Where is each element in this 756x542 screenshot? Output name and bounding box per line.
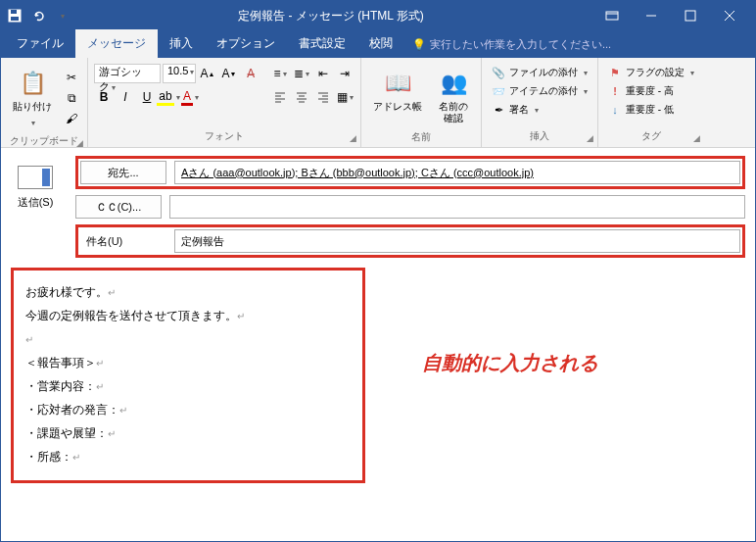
- close-button[interactable]: [710, 1, 749, 30]
- body-line: お疲れ様です。↵: [25, 280, 351, 304]
- titlebar: 定例報告 - メッセージ (HTML 形式): [1, 1, 755, 30]
- chevron-down-icon: [29, 115, 35, 128]
- to-highlight-box: 宛先... Aさん (aaa@outlook.jp); Bさん (bbb@out…: [75, 156, 745, 189]
- undo-icon[interactable]: [30, 8, 46, 24]
- group-label-font: フォント◢: [94, 127, 354, 147]
- importance-high-icon: !: [608, 84, 622, 98]
- signature-button[interactable]: ✒ 署名▾: [488, 101, 591, 119]
- clear-formatting-button[interactable]: A̶: [241, 64, 260, 83]
- annotation-text: 自動的に入力される: [422, 350, 598, 376]
- svg-rect-6: [685, 11, 695, 21]
- lightbulb-icon: 💡: [412, 38, 426, 51]
- tab-options[interactable]: オプション: [205, 29, 287, 58]
- tab-review[interactable]: 校閲: [357, 29, 404, 58]
- grow-font-button[interactable]: A▲: [198, 64, 217, 83]
- underline-button[interactable]: U: [137, 87, 157, 107]
- group-label-include: 挿入◢: [488, 127, 591, 147]
- to-button[interactable]: 宛先...: [80, 161, 166, 184]
- svg-rect-1: [11, 10, 17, 14]
- message-body-area: お疲れ様です。↵ 今週の定例報告を送付させて頂きます。↵ ↵ ＜報告事項＞↵ ・…: [1, 262, 755, 493]
- to-field[interactable]: Aさん (aaa@outlook.jp); Bさん (bbb@outlook.j…: [174, 161, 740, 184]
- envelope-icon: [18, 166, 53, 189]
- group-font: 游ゴシック 10.5 A▲ A▼ A̶ B I U ab A ≡ ≣: [88, 58, 361, 147]
- align-left-button[interactable]: [270, 87, 290, 107]
- ribbon-tabs: ファイル メッセージ 挿入 オプション 書式設定 校閲 💡 実行したい作業を入力…: [1, 30, 755, 58]
- tab-insert[interactable]: 挿入: [158, 29, 205, 58]
- attach-file-button[interactable]: 📎 ファイルの添付▾: [488, 64, 591, 81]
- signature-icon: ✒: [492, 103, 505, 117]
- address-book-icon: 📖: [382, 68, 413, 99]
- dialog-launcher-icon[interactable]: ◢: [587, 133, 593, 143]
- high-importance-button[interactable]: ! 重要度 - 高: [604, 82, 698, 100]
- group-tags: ⚑ フラグの設定▾ ! 重要度 - 高 ↓ 重要度 - 低 タグ◢: [598, 58, 704, 147]
- cc-field[interactable]: [169, 195, 745, 219]
- increase-indent-button[interactable]: ⇥: [335, 64, 354, 83]
- attach-item-button[interactable]: 📨 アイテムの添付▾: [488, 82, 591, 100]
- tab-file[interactable]: ファイル: [5, 29, 75, 58]
- body-line: ・課題や展望：↵: [25, 421, 351, 445]
- numbering-button[interactable]: ≣: [292, 64, 311, 83]
- group-include: 📎 ファイルの添付▾ 📨 アイテムの添付▾ ✒ 署名▾ 挿入◢: [482, 58, 598, 147]
- svg-rect-3: [606, 12, 618, 20]
- follow-up-button[interactable]: ⚑ フラグの設定▾: [604, 64, 698, 81]
- group-label-names: 名前: [367, 128, 475, 148]
- dialog-launcher-icon[interactable]: ◢: [693, 133, 700, 143]
- window-title: 定例報告 - メッセージ (HTML 形式): [70, 8, 592, 25]
- cc-button[interactable]: ＣＣ(C)...: [75, 195, 162, 219]
- low-importance-button[interactable]: ↓ 重要度 - 低: [604, 101, 698, 119]
- importance-low-icon: ↓: [608, 103, 622, 117]
- ribbon: 📋 貼り付け ✂ ⧉ 🖌 クリップボード◢ 游ゴシック 10.5 A▲ A▼ A…: [1, 58, 755, 148]
- paste-button[interactable]: 📋 貼り付け: [7, 64, 58, 132]
- body-highlight-box[interactable]: お疲れ様です。↵ 今週の定例報告を送付させて頂きます。↵ ↵ ＜報告事項＞↵ ・…: [11, 268, 365, 483]
- text-highlight-button[interactable]: ab: [159, 87, 178, 107]
- body-line: ↵: [25, 327, 351, 351]
- minimize-button[interactable]: [632, 1, 671, 30]
- subject-highlight-box: 件名(U) 定例報告: [75, 224, 745, 258]
- flag-icon: ⚑: [608, 66, 622, 79]
- align-center-button[interactable]: [292, 87, 311, 107]
- tab-format[interactable]: 書式設定: [287, 29, 357, 58]
- copy-button[interactable]: ⧉: [62, 88, 81, 108]
- italic-button[interactable]: I: [116, 87, 135, 107]
- decrease-indent-button[interactable]: ⇤: [313, 64, 333, 83]
- font-size-select[interactable]: 10.5: [163, 64, 196, 83]
- group-label-tags: タグ◢: [604, 127, 698, 147]
- cut-button[interactable]: ✂: [62, 68, 81, 87]
- check-names-icon: 👥: [438, 68, 469, 99]
- tell-me-search[interactable]: 💡 実行したい作業を入力してください...: [404, 31, 619, 58]
- subject-field[interactable]: 定例報告: [174, 229, 740, 253]
- body-line: 今週の定例報告を送付させて頂きます。↵: [25, 304, 351, 327]
- body-line: ・営業内容：↵: [25, 374, 351, 398]
- bullets-button[interactable]: ≡: [270, 64, 290, 83]
- paste-icon: 📋: [17, 68, 48, 99]
- align-right-button[interactable]: [313, 87, 333, 107]
- body-line: ・応対者の発言：↵: [25, 398, 351, 421]
- body-line: ＜報告事項＞↵: [25, 351, 351, 374]
- maximize-button[interactable]: [671, 1, 710, 30]
- qat-customize-icon[interactable]: [54, 8, 70, 24]
- format-painter-button[interactable]: 🖌: [62, 109, 81, 128]
- svg-rect-2: [11, 17, 19, 21]
- dialog-launcher-icon[interactable]: ◢: [76, 138, 83, 148]
- tab-message[interactable]: メッセージ: [75, 29, 158, 58]
- group-label-clipboard: クリップボード◢: [7, 132, 81, 152]
- dialog-launcher-icon[interactable]: ◢: [350, 133, 356, 143]
- compose-header: 送信(S) 宛先... Aさん (aaa@outlook.jp); Bさん (b…: [1, 148, 755, 262]
- subject-label: 件名(U): [80, 234, 166, 249]
- paperclip-icon: 📎: [492, 66, 505, 79]
- group-names: 📖 アドレス帳 👥 名前の 確認 名前: [361, 58, 482, 147]
- attach-item-icon: 📨: [492, 84, 505, 98]
- shading-button[interactable]: ▦: [335, 87, 354, 107]
- save-icon[interactable]: [7, 8, 23, 24]
- check-names-button[interactable]: 👥 名前の 確認: [432, 64, 475, 128]
- body-line: ・所感：↵: [25, 445, 351, 468]
- shrink-font-button[interactable]: A▼: [219, 64, 239, 83]
- font-color-button[interactable]: A: [180, 87, 200, 107]
- send-button[interactable]: 送信(S): [7, 166, 64, 210]
- address-book-button[interactable]: 📖 アドレス帳: [367, 64, 428, 117]
- font-name-select[interactable]: 游ゴシック: [94, 64, 161, 83]
- ribbon-display-icon[interactable]: [592, 1, 632, 30]
- group-clipboard: 📋 貼り付け ✂ ⧉ 🖌 クリップボード◢: [1, 58, 88, 147]
